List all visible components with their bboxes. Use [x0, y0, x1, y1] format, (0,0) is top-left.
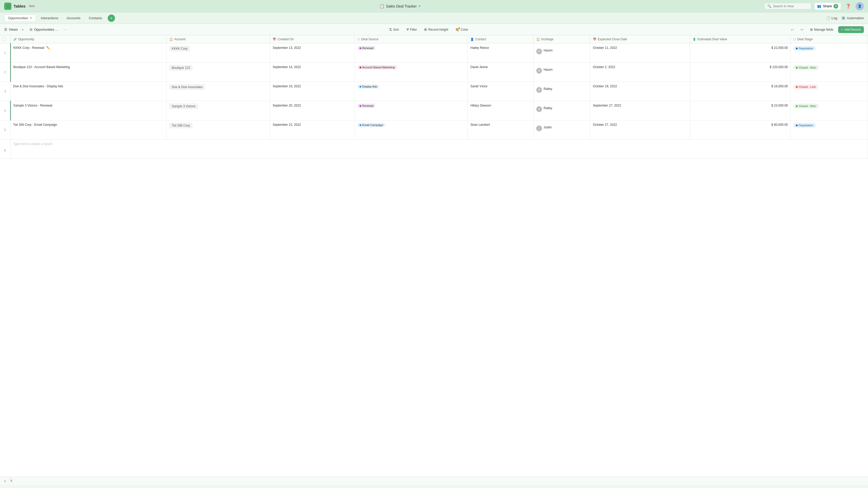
- deal-stage-cell[interactable]: Negotiation: [790, 44, 868, 63]
- table-row[interactable]: 2 Boutique 123 - Account Based Marketing…: [0, 63, 868, 82]
- deal-source-value: Account Based Marketing: [358, 65, 397, 69]
- table-body: 1 KKKK Corp - Renewal ✏️ KKKK Corp Septe…: [0, 44, 868, 159]
- tab-accounts-label: Accounts: [66, 16, 80, 20]
- tab-interactions-label: Interactions: [41, 16, 58, 20]
- tab-opportunities-dropdown[interactable]: ▼: [30, 17, 32, 20]
- filter-button[interactable]: ⧩ Filter: [403, 26, 420, 33]
- redo-button[interactable]: ↪: [798, 26, 805, 33]
- share-label: Share: [823, 4, 832, 8]
- select-all-checkbox[interactable]: [3, 37, 6, 41]
- contact-value: David Jeene: [470, 65, 488, 69]
- header-actions: 🔍 👥 Share 6 ❓ 👤: [765, 2, 864, 10]
- color-button[interactable]: 🎨 Color: [453, 26, 471, 33]
- table-row[interactable]: 3 Doe & Doe Associates - Display Ads Doe…: [0, 82, 868, 101]
- deal-stage-cell[interactable]: Negotiation: [790, 120, 868, 140]
- created-on-value: September 22, 2022: [273, 123, 301, 126]
- deal-stage-dot: [796, 67, 798, 68]
- deal-source-cell[interactable]: Renewal: [354, 44, 468, 63]
- placeholder-text[interactable]: Type here to create a record: [10, 140, 868, 159]
- add-record-button[interactable]: + Add Record: [838, 26, 864, 33]
- tab-interactions[interactable]: Interactions: [37, 15, 62, 22]
- created-on-col-label: Created On: [277, 37, 293, 41]
- col-header-deal-stage: ⬡ Deal Stage: [790, 35, 868, 44]
- contact-cell: Hailey Reece: [468, 44, 534, 63]
- search-input[interactable]: [773, 4, 808, 8]
- placeholder-row[interactable]: 6 Type here to create a record: [0, 140, 868, 159]
- incharge-name: Hazen: [544, 68, 553, 71]
- deal-value-cell: $ 23,000.00: [690, 101, 790, 120]
- deal-stage-cell[interactable]: Closed - Lost: [790, 82, 868, 101]
- record-height-button[interactable]: ⊞ Record Height: [421, 26, 451, 33]
- opportunity-cell[interactable]: Twi 268 Corp - Email Campaign: [10, 120, 167, 140]
- incharge-name: Railey: [544, 87, 552, 91]
- footer-add-button[interactable]: +: [4, 479, 6, 483]
- deal-source-cell[interactable]: Account Based Marketing: [354, 63, 468, 82]
- tab-opportunities[interactable]: Opportunities ▼: [4, 14, 36, 22]
- manage-fields-label: Manage fields: [814, 28, 834, 31]
- deal-source-dot: [360, 86, 361, 88]
- opportunity-cell[interactable]: Sample 3 Visions - Renewal: [10, 101, 167, 120]
- account-cell[interactable]: Doe & Doe Associates: [167, 82, 270, 101]
- tracker-title-area[interactable]: 📋 Sales Deal Tracker ▼: [379, 4, 421, 8]
- automation-button[interactable]: ⚙️ Automation: [841, 16, 864, 20]
- account-value: Sample 3 Visions: [169, 104, 198, 109]
- incharge-cell: R Railey: [534, 101, 590, 120]
- deal-source-cell[interactable]: Email Campaign: [354, 120, 468, 140]
- incharge-cell: J Justin: [534, 120, 590, 140]
- deal-source-dot: [360, 124, 361, 126]
- tab-contacts[interactable]: Contacts: [85, 15, 106, 22]
- sort-label: Sort: [393, 28, 399, 31]
- add-view-button[interactable]: +: [20, 27, 25, 32]
- deal-stage-cell[interactable]: Closed - Won: [790, 63, 868, 82]
- account-cell[interactable]: Sample 3 Visions: [167, 101, 270, 120]
- created-on-cell: September 13, 2022: [270, 44, 354, 63]
- user-avatar[interactable]: 👤: [856, 2, 864, 10]
- table-row[interactable]: 1 KKKK Corp - Renewal ✏️ KKKK Corp Septe…: [0, 44, 868, 63]
- deal-source-col-icon: ⬡: [358, 38, 360, 41]
- share-button[interactable]: 👥 Share 6: [814, 3, 841, 10]
- table-row[interactable]: 4 Sample 3 Visions - Renewal Sample 3 Vi…: [0, 101, 868, 120]
- sort-button[interactable]: ⇅ Sort: [386, 26, 402, 33]
- account-cell[interactable]: Boutique 123: [167, 63, 270, 82]
- opportunity-cell[interactable]: Doe & Doe Associates - Display Ads: [10, 82, 167, 101]
- created-on-value: September 20, 2022: [273, 104, 301, 107]
- undo-button[interactable]: ↩: [789, 26, 796, 33]
- view-more-button[interactable]: ⋯: [62, 27, 68, 33]
- help-button[interactable]: ❓: [844, 2, 852, 10]
- log-button[interactable]: 🕐 Log: [826, 16, 837, 20]
- search-icon: 🔍: [767, 4, 771, 8]
- tracker-dropdown-icon[interactable]: ▼: [418, 5, 421, 8]
- deal-source-cell[interactable]: Display Ads: [354, 82, 468, 101]
- deal-source-dot: [360, 105, 361, 107]
- edit-icon[interactable]: ✏️: [46, 46, 50, 50]
- created-on-col-icon: 📅: [273, 38, 276, 41]
- deal-source-cell[interactable]: Renewal: [354, 101, 468, 120]
- incharge-inner: H Hazen: [536, 65, 587, 74]
- manage-fields-button[interactable]: ⊞ Manage fields: [808, 27, 836, 33]
- add-tab-button[interactable]: +: [108, 15, 115, 22]
- created-on-cell: September 20, 2022: [270, 101, 354, 120]
- contact-value: Hailey Reece: [470, 46, 489, 50]
- current-view[interactable]: ⊞ Opportunities ...: [28, 27, 60, 32]
- incharge-avatar: H: [536, 68, 542, 74]
- col-header-opportunity: 🔗 Opportunity: [10, 35, 167, 44]
- deal-stage-value: Closed - Lost: [793, 84, 818, 89]
- table-container: 🔗 Opportunity 📋 Account 📅 Created On: [0, 35, 868, 477]
- account-value: Doe & Doe Associates: [169, 84, 205, 90]
- row-num-cell: 4: [0, 101, 10, 120]
- tab-accounts[interactable]: Accounts: [63, 15, 84, 22]
- search-box[interactable]: 🔍: [765, 3, 811, 9]
- opportunity-cell[interactable]: Boutique 123 - Account Based Marketing: [10, 63, 167, 82]
- opportunity-col-label: Opportunity: [18, 37, 34, 41]
- deal-stage-cell[interactable]: Closed - Won: [790, 101, 868, 120]
- col-header-account: 📋 Account: [167, 35, 270, 44]
- opportunity-cell[interactable]: KKKK Corp - Renewal ✏️: [10, 44, 167, 63]
- incharge-inner: H Hazen: [536, 46, 587, 54]
- table-row[interactable]: 5 Twi 268 Corp - Email Campaign Twi 268 …: [0, 120, 868, 140]
- account-cell[interactable]: KKKK Corp: [167, 44, 270, 63]
- deal-stage-value: Negotiation: [793, 46, 816, 51]
- views-button[interactable]: ☰ Views: [4, 28, 18, 31]
- deal-value-cell: $ 80,000.00: [690, 120, 790, 140]
- account-cell[interactable]: Twi 268 Corp: [167, 120, 270, 140]
- toolbar: ☰ Views + ⊞ Opportunities ... ⋯ ⇅ Sort ⧩…: [0, 24, 868, 35]
